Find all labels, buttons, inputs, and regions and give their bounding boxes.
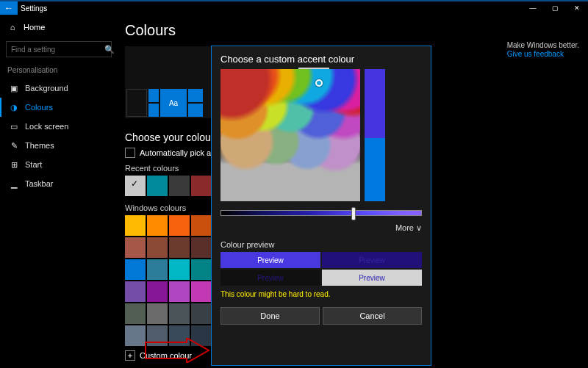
feedback-line1: Make Windows better. (507, 41, 579, 49)
colour-swatch[interactable] (147, 281, 168, 302)
sidebar-item-background[interactable]: ▣ Background (0, 79, 118, 98)
colour-picker[interactable] (220, 69, 360, 201)
preview-tile (188, 89, 203, 102)
colour-swatch[interactable] (125, 237, 146, 258)
colour-swatch[interactable] (191, 303, 212, 324)
preview-tile (148, 104, 159, 117)
recent-swatch[interactable] (191, 176, 212, 196)
sidebar-home[interactable]: ⌂ Home (0, 18, 118, 37)
colour-swatch[interactable] (125, 259, 146, 280)
sidebar-home-label: Home (24, 23, 45, 32)
colour-swatch[interactable] (125, 325, 146, 346)
colour-swatch[interactable] (147, 237, 168, 258)
sidebar-item-label: Lock screen (25, 122, 68, 131)
sidebar-item-lock-screen[interactable]: ▭ Lock screen (0, 117, 118, 136)
slider-thumb-icon[interactable] (351, 207, 356, 220)
taskbar-icon: ▁ (9, 178, 19, 189)
sidebar: ⌂ Home 🔍 Personalisation ▣ Background ◑ … (0, 15, 118, 368)
preview-tile-aa: Aa (160, 89, 187, 117)
colour-swatch[interactable] (169, 303, 190, 324)
readability-warning: This colour might be hard to read. (220, 290, 422, 298)
sidebar-item-start[interactable]: ⊞ Start (0, 155, 118, 174)
plus-icon: + (125, 350, 135, 361)
cancel-button[interactable]: Cancel (323, 307, 422, 325)
preview-column (365, 69, 385, 201)
picture-icon: ▣ (9, 83, 19, 93)
colour-swatch[interactable] (169, 259, 190, 280)
colour-swatch[interactable] (125, 281, 146, 302)
search-input[interactable] (11, 46, 104, 54)
more-toggle[interactable]: More ∨ (220, 223, 422, 233)
feedback-link[interactable]: Give us feedback (507, 50, 579, 58)
colour-swatch[interactable] (147, 259, 168, 280)
colour-swatch[interactable] (191, 259, 212, 280)
chevron-down-icon: ∨ (416, 223, 422, 232)
titlebar: ← Settings ― ▢ ✕ (0, 0, 588, 15)
page-title: Colours (125, 22, 581, 39)
colour-swatch[interactable] (191, 215, 212, 236)
sidebar-item-themes[interactable]: ✎ Themes (0, 136, 118, 155)
preview-tile-2: Preview (322, 252, 422, 268)
accent-colour-dialog: Choose a custom accent colour Dark blue … (211, 46, 431, 366)
preview-sidebar (126, 89, 147, 117)
recent-swatch[interactable] (169, 176, 190, 196)
window-controls: ― ▢ ✕ (522, 1, 588, 15)
feedback-block: Make Windows better. Give us feedback (507, 41, 579, 58)
colour-preview-heading: Colour preview (220, 240, 422, 249)
colour-swatch[interactable] (169, 281, 190, 302)
search-box[interactable]: 🔍 (6, 41, 112, 57)
picker-cursor-icon (315, 79, 323, 87)
colour-preview-grid: Preview Preview Preview Preview (220, 252, 422, 286)
preview-tile (148, 89, 159, 102)
colour-swatch[interactable] (169, 237, 190, 258)
preview-tile-3: Preview (220, 270, 320, 286)
sidebar-item-label: Taskbar (25, 179, 54, 188)
colour-swatch[interactable] (169, 325, 190, 346)
palette-icon: ◑ (9, 102, 19, 112)
sidebar-item-label: Colours (25, 103, 53, 112)
colour-swatch[interactable] (191, 281, 212, 302)
preview-colour-top (365, 69, 385, 138)
sidebar-heading: Personalisation (0, 62, 118, 79)
close-button[interactable]: ✕ (566, 1, 588, 15)
preview-colour-bottom (365, 138, 385, 201)
colour-swatch[interactable] (125, 215, 146, 236)
value-slider[interactable] (220, 210, 422, 216)
dialog-title: Choose a custom accent colour (220, 54, 422, 65)
colour-swatch[interactable] (125, 303, 146, 324)
start-icon: ⊞ (9, 159, 19, 170)
lock-icon: ▭ (9, 121, 19, 131)
sidebar-item-taskbar[interactable]: ▁ Taskbar (0, 174, 118, 193)
colour-swatch[interactable] (169, 215, 190, 236)
search-icon: 🔍 (104, 44, 115, 54)
preview-tile-4: Preview (322, 270, 422, 286)
colour-swatch[interactable] (147, 325, 168, 346)
home-icon: ⌂ (7, 22, 18, 32)
themes-icon: ✎ (9, 140, 19, 151)
colour-swatch[interactable] (147, 303, 168, 324)
preview-tile-1: Preview (220, 252, 320, 268)
custom-colour-label: Custom colour (140, 351, 192, 360)
checkbox-icon[interactable] (125, 148, 135, 158)
colour-swatch[interactable] (147, 215, 168, 236)
minimize-button[interactable]: ― (522, 1, 544, 15)
colour-swatch[interactable] (191, 237, 212, 258)
recent-swatch[interactable] (147, 176, 168, 196)
maximize-button[interactable]: ▢ (544, 1, 566, 15)
sidebar-item-label: Background (25, 84, 68, 93)
colour-swatch[interactable] (191, 325, 212, 346)
sidebar-item-label: Start (25, 160, 42, 169)
preview-tile (188, 104, 203, 117)
recent-swatch[interactable] (125, 176, 146, 196)
done-button[interactable]: Done (220, 307, 320, 325)
window-title: Settings (21, 4, 47, 12)
more-label: More (395, 223, 414, 232)
back-button[interactable]: ← (0, 1, 18, 15)
sidebar-item-colours[interactable]: ◑ Colours (0, 98, 118, 117)
sidebar-item-label: Themes (25, 141, 54, 150)
